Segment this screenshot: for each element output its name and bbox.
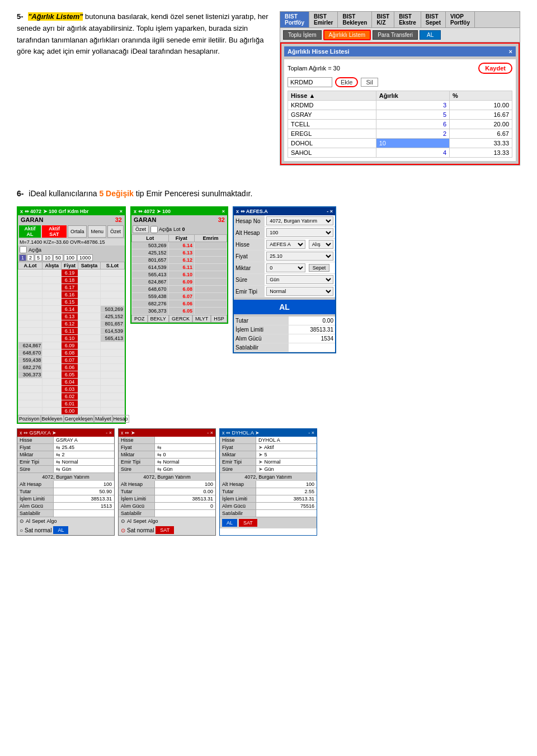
table-row: SAHOL 4 13.33	[288, 148, 512, 158]
dyhol-al-button[interactable]: AL	[222, 519, 237, 527]
lot-row[interactable]: 614,5396.11	[132, 264, 227, 271]
price-row[interactable]: 6.02	[18, 393, 125, 400]
price-row[interactable]: 6.11614,539	[18, 328, 125, 335]
price-row[interactable]: 6.04	[18, 379, 125, 386]
price-row[interactable]: 6.17	[18, 284, 125, 291]
tab-viop-portfoy[interactable]: VIOPPortföy	[446, 12, 475, 27]
lot-row[interactable]: 306,3736.05	[132, 308, 227, 315]
agirlik-cell: 5	[376, 110, 449, 120]
aktif-sat-button[interactable]: Aktif SAT	[42, 225, 67, 238]
sure-select[interactable]: Gün	[266, 275, 333, 284]
dialog-close-icon[interactable]: ×	[509, 48, 512, 55]
ortala-button[interactable]: Ortala	[68, 225, 87, 238]
ozet-btn2[interactable]: Özet	[133, 225, 149, 233]
alis-select[interactable]: Alış	[309, 240, 333, 249]
lot-row[interactable]: 624,8676.09	[132, 278, 227, 286]
price-row[interactable]: 559,4386.07	[18, 357, 125, 364]
toplu-islem-button[interactable]: Toplu İşlem	[283, 30, 322, 40]
hisse-input[interactable]	[288, 77, 332, 87]
al-button[interactable]: AL	[420, 30, 441, 40]
price-row[interactable]: 6.10565,413	[18, 335, 125, 342]
dyhol-close-icon[interactable]: - ×	[308, 430, 314, 436]
ozet-button[interactable]: Özet	[107, 225, 124, 238]
radio-sepet-btn[interactable]: Sepet	[32, 518, 45, 524]
aefes-close-icon[interactable]: - ×	[327, 209, 333, 214]
sepet-button[interactable]: Sepet	[309, 264, 330, 272]
garan2-close-icon[interactable]: ×	[222, 209, 225, 214]
radio-algo-label2[interactable]: Algo	[148, 518, 158, 524]
price-row[interactable]: 6.13425,152	[18, 313, 125, 320]
sw-hisse-val3: DYHOL A	[256, 437, 317, 443]
dyhol-sat-button[interactable]: SAT	[239, 519, 257, 527]
al-big-button[interactable]: AL	[234, 300, 335, 314]
tab-bist-portfoy[interactable]: BISTPortföy	[280, 12, 309, 27]
sw-miktar-val: ⇆ 2	[54, 451, 114, 458]
aktif-al-button[interactable]: Aktif AL	[19, 225, 41, 238]
tab-bist-emirler[interactable]: BISTEmirler	[309, 12, 338, 27]
price-row[interactable]: 648,6706.08	[18, 349, 125, 357]
agirlikli-listem-button[interactable]: Ağırlıklı Listem	[323, 30, 371, 40]
radio-algo-label[interactable]: Algo	[47, 518, 57, 524]
lot-btn-1000[interactable]: 1000	[77, 254, 93, 261]
empty-close-icon[interactable]: - ×	[207, 430, 213, 436]
lbl-maliyet: Maliyet	[94, 415, 112, 423]
lot-row[interactable]: 682,2766.06	[132, 300, 227, 308]
sat-normal-label2: Sat normal	[127, 527, 154, 533]
radio-al-label[interactable]: Al	[26, 518, 30, 524]
price-row[interactable]: 6.18	[18, 277, 125, 284]
kaydet-button[interactable]: Kaydet	[478, 63, 512, 74]
lot-row[interactable]: 559,4386.07	[132, 293, 227, 300]
lot-btn-5[interactable]: 5	[35, 254, 42, 261]
para-transferi-button[interactable]: Para Transferi	[373, 30, 418, 40]
tab-bist-sepet[interactable]: BISTSepet	[421, 12, 446, 27]
radio-al-label2[interactable]: Al	[127, 518, 131, 524]
gsray-al-button[interactable]: AL	[53, 526, 68, 534]
lot-btn-50[interactable]: 50	[53, 254, 63, 261]
price-row[interactable]: 6.00	[18, 408, 125, 415]
aciga-checkbox2[interactable]	[150, 226, 158, 233]
lot-label: Lot	[173, 226, 181, 232]
price-row[interactable]: 682,2766.06	[18, 364, 125, 371]
gsray-close-icon[interactable]: - ×	[106, 430, 112, 436]
price-row[interactable]: 6.12801,657	[18, 320, 125, 328]
dyhol-form: Hisse DYHOL A Fiyat ➤ Aktif Miktar ➤ 5	[220, 437, 317, 528]
price-row[interactable]: 306,3736.05	[18, 371, 125, 379]
radio-sepet-btn2[interactable]: Sepet	[133, 518, 147, 524]
price-row[interactable]: 6.14503,269	[18, 306, 125, 313]
price-row[interactable]: 6.01	[18, 400, 125, 408]
table-row: EREGL 2 6.67	[288, 129, 512, 139]
fiyat-select[interactable]: 25.10	[266, 252, 333, 261]
sil-button[interactable]: Sil	[361, 78, 378, 87]
tab-bist-kz[interactable]: BISTK/Z	[372, 12, 394, 27]
col-lot: Lot	[132, 235, 169, 242]
lot-row[interactable]: 425,1526.13	[132, 249, 227, 257]
sw-islem-val2: 38513.31	[155, 495, 215, 502]
hesap-select[interactable]: 4072, Burgan Yatırım	[266, 216, 333, 225]
lot-btn-100[interactable]: 100	[64, 254, 77, 261]
lot-row[interactable]: 648,6706.08	[132, 286, 227, 293]
empty-sat-button[interactable]: SAT	[156, 526, 174, 534]
ekle-button[interactable]: Ekle	[335, 77, 358, 87]
aciga-checkbox[interactable]	[20, 246, 27, 253]
tab-bist-ekstre[interactable]: BISTEkstre	[394, 12, 421, 27]
lot-row[interactable]: 503,2696.14	[132, 242, 227, 249]
price-row[interactable]: 6.03	[18, 386, 125, 393]
lot-btn-1[interactable]: 1	[19, 254, 26, 261]
price-row[interactable]: 6.16	[18, 291, 125, 299]
lot-row[interactable]: 565,4136.10	[132, 271, 227, 278]
price-row[interactable]: 6.15	[18, 299, 125, 306]
tab-bist-bekleyen[interactable]: BISTBekleyen	[338, 12, 372, 27]
alt-hesap-select[interactable]: 100	[266, 228, 333, 237]
price-row[interactable]: 6.19	[18, 270, 125, 277]
emir-tipi-select[interactable]: Normal	[266, 287, 333, 296]
menu-button[interactable]: Menu	[88, 225, 106, 238]
price-row[interactable]: 624,8676.09	[18, 342, 125, 349]
lot-row[interactable]: 801,6576.12	[132, 257, 227, 264]
empty-window: x ⇔ ➤ - × Hisse Fiyat ⇆ Mikt	[118, 428, 216, 536]
hisse-select[interactable]: AEFES A	[266, 240, 305, 249]
garan-main-close-icon[interactable]: ×	[120, 209, 123, 214]
sw-tutar-row3: Tutar 2.55	[220, 488, 317, 495]
lot-btn-10[interactable]: 10	[43, 254, 53, 261]
lot-btn-2[interactable]: 2	[27, 254, 34, 261]
miktar-select[interactable]: 0	[266, 263, 305, 272]
